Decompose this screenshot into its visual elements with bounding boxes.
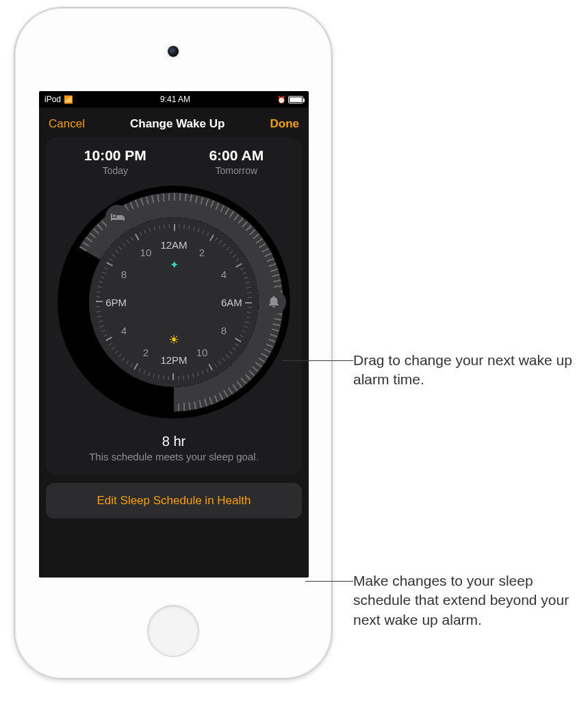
wake-day: Tomorrow: [209, 165, 264, 176]
sleep-goal-message: This schedule meets your sleep goal.: [53, 451, 295, 462]
status-time: 9:41 AM: [160, 95, 190, 104]
clock-label-8l: 8: [121, 268, 127, 280]
callout-wake-handle: Drag to change your next wake up alarm t…: [353, 351, 586, 390]
bedtime-handle[interactable]: [105, 205, 130, 230]
sleep-hours: 8 hr: [53, 434, 295, 449]
home-button[interactable]: [147, 605, 199, 657]
sparkle-icon: ✦: [170, 258, 179, 271]
clock-label-4b: 4: [121, 325, 127, 336]
bell-icon: [268, 296, 279, 308]
done-button[interactable]: Done: [270, 117, 300, 131]
callout-text-2: Make changes to your sleep schedule that…: [353, 573, 569, 628]
clock-label-8: 8: [221, 325, 227, 336]
nav-bar: Cancel Change Wake Up Done: [39, 108, 309, 138]
cancel-button[interactable]: Cancel: [49, 117, 85, 131]
bed-icon: [111, 212, 125, 222]
edit-schedule-label: Edit Sleep Schedule in Health: [97, 494, 251, 507]
svg-rect-0: [111, 218, 125, 220]
svg-rect-1: [111, 214, 112, 221]
wake-display: 6:00 AM Tomorrow: [209, 147, 264, 176]
ipod-device-frame: iPod 9:41 AM Cancel Change Wake Up Done …: [14, 7, 333, 680]
clock-label-12am: 12AM: [160, 238, 187, 250]
svg-rect-2: [123, 216, 125, 221]
schedule-card: 10:00 PM Today 6:00 AM Tomorrow: [46, 138, 302, 475]
svg-point-3: [113, 214, 116, 217]
page-title: Change Wake Up: [130, 117, 225, 131]
clock-label-6am: 6AM: [221, 297, 242, 308]
sleep-dial[interactable]: 12AM 12PM 6AM 6PM 2 4 8 10 2 4 8 10 ✦ ☀: [57, 186, 290, 419]
clock-label-4: 4: [221, 268, 227, 280]
clock-label-2: 2: [199, 247, 205, 258]
callout-edit-schedule: Make changes to your sleep schedule that…: [353, 571, 586, 630]
svg-rect-4: [116, 215, 123, 218]
clock-label-12pm: 12PM: [160, 354, 187, 366]
status-bar: iPod 9:41 AM: [39, 91, 309, 108]
callout-text-1: Drag to change your next wake up alarm t…: [353, 352, 572, 387]
alarm-status-icon: [277, 95, 285, 104]
bedtime-day: Today: [84, 165, 146, 176]
front-camera: [168, 46, 179, 57]
sun-icon: ☀: [168, 332, 179, 347]
sleep-goal: 8 hr This schedule meets your sleep goal…: [53, 434, 295, 462]
wake-handle[interactable]: [261, 290, 286, 314]
clock-label-10: 10: [196, 346, 208, 358]
device-label: iPod: [44, 95, 61, 104]
wifi-icon: [64, 95, 73, 104]
clock-label-2b: 2: [143, 346, 149, 358]
clock-face: 12AM 12PM 6AM 6PM 2 4 8 10 2 4 8 10 ✦ ☀: [96, 224, 252, 380]
wake-value: 6:00 AM: [209, 147, 264, 164]
screen: iPod 9:41 AM Cancel Change Wake Up Done …: [39, 91, 309, 578]
edit-schedule-button[interactable]: Edit Sleep Schedule in Health: [46, 483, 302, 519]
clock-label-10l: 10: [140, 247, 152, 258]
battery-icon: [288, 96, 303, 103]
bedtime-value: 10:00 PM: [84, 147, 146, 164]
clock-label-6pm: 6PM: [105, 297, 127, 308]
bedtime-display: 10:00 PM Today: [84, 147, 146, 176]
clock-app: Cancel Change Wake Up Done 10:00 PM Toda…: [39, 108, 309, 578]
